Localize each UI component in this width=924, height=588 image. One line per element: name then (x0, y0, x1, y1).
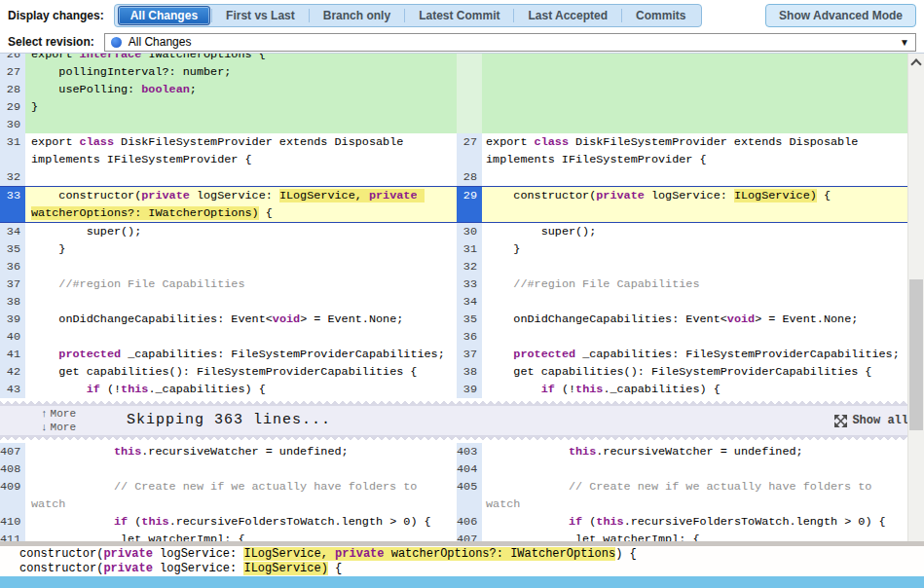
line-number-left[interactable]: 27 (0, 63, 25, 81)
button-separator (309, 9, 310, 22)
display-changes-label: Display changes: (8, 9, 104, 22)
preview-line: constructor(private logService: ILogServ… (19, 547, 924, 562)
code-line-right: this.recursiveWatcher = undefined; (482, 443, 907, 460)
line-number-right[interactable]: 27 (457, 133, 482, 168)
line-number-right[interactable]: 36 (457, 328, 482, 346)
line-number-left[interactable]: 28 (0, 81, 25, 98)
diff-row: 26export interface IWatcherOptions { (0, 54, 907, 63)
selected-line-preview-panel: constructor(private logService: ILogServ… (0, 546, 924, 576)
code-line-left: if (this.recursiveFoldersToWatch.length … (25, 513, 457, 531)
line-number-right[interactable] (457, 54, 482, 63)
caret-down-icon: ▼ (900, 37, 909, 48)
code-line-right: } (482, 240, 907, 258)
line-number-left[interactable]: 41 (0, 346, 25, 363)
line-number-left[interactable]: 42 (0, 363, 25, 381)
line-number-right[interactable]: 37 (457, 346, 482, 363)
line-number-right[interactable]: 35 (457, 311, 482, 328)
line-number-right[interactable]: 31 (457, 240, 482, 258)
display-mode-button-all-changes[interactable]: All Changes (118, 6, 210, 25)
code-line-right: //#region File Capabilities (482, 276, 907, 293)
line-number-right[interactable]: 38 (457, 363, 482, 381)
line-number-left[interactable]: 411 (0, 531, 25, 541)
line-number-right[interactable]: 29 (457, 187, 482, 222)
line-number-left[interactable]: 43 (0, 381, 25, 398)
line-number-left[interactable]: 409 (0, 478, 25, 513)
diff-row: 3228 (0, 168, 907, 186)
line-number-right[interactable]: 33 (457, 276, 482, 293)
display-buttons: All ChangesFirst vs LastBranch onlyLates… (114, 4, 703, 27)
scroll-thumb[interactable] (909, 279, 923, 430)
line-number-left[interactable]: 36 (0, 258, 25, 276)
diff-row: 30 (0, 116, 907, 133)
line-number-left[interactable]: 38 (0, 293, 25, 311)
code-line-right (482, 168, 907, 186)
revision-select[interactable]: All Changes ▼ (104, 33, 916, 52)
line-number-right[interactable] (457, 116, 482, 133)
code-line-right: get capabilities(): FileSystemProviderCa… (482, 363, 907, 381)
code-line-left: constructor(private logService: ILogServ… (25, 187, 457, 222)
line-number-left[interactable]: 407 (0, 443, 25, 460)
scroll-up-button[interactable] (910, 58, 921, 69)
line-number-left[interactable]: 26 (0, 54, 25, 63)
code-line-left (25, 328, 457, 346)
button-separator (513, 9, 514, 22)
scroll-down-button[interactable] (910, 538, 921, 541)
diff-row: 410 if (this.recursiveFoldersToWatch.len… (0, 513, 907, 531)
revision-toolbar: Select revision: All Changes ▼ (0, 31, 924, 53)
button-separator (211, 9, 212, 22)
line-number-left[interactable]: 408 (0, 460, 25, 478)
line-number-right[interactable]: 30 (457, 223, 482, 240)
more-up-button[interactable]: ↑ More (41, 408, 76, 421)
diff-row: 3834 (0, 293, 907, 311)
code-line-left: usePolling: boolean; (25, 81, 457, 98)
display-mode-button-commits[interactable]: Commits (623, 6, 698, 25)
line-number-right[interactable]: 403 (457, 443, 482, 460)
show-all-label: Show all (852, 412, 908, 429)
line-number-left[interactable]: 29 (0, 98, 25, 116)
line-number-right[interactable]: 404 (457, 460, 482, 478)
display-mode-button-first-vs-last[interactable]: First vs Last (213, 6, 308, 25)
diff-top-rows: 26export interface IWatcherOptions {27 p… (0, 54, 924, 398)
line-number-left[interactable]: 30 (0, 116, 25, 133)
diff-row: 4036 (0, 328, 907, 346)
diff-row: 42 get capabilities(): FileSystemProvide… (0, 363, 907, 381)
line-number-right[interactable]: 28 (457, 168, 482, 186)
code-line-right (482, 98, 907, 116)
vertical-scrollbar[interactable] (907, 54, 924, 541)
show-advanced-mode-button[interactable]: Show Advanced Mode (765, 4, 916, 27)
code-line-right (482, 54, 907, 63)
skipped-lines-label: Skipping 363 lines... (127, 412, 331, 429)
line-number-right[interactable] (457, 81, 482, 98)
line-number-right[interactable]: 405 (457, 478, 482, 513)
more-down-button[interactable]: ↓ More (41, 422, 76, 434)
line-number-right[interactable] (457, 63, 482, 81)
status-bar (0, 576, 924, 588)
line-number-left[interactable]: 35 (0, 240, 25, 258)
line-number-left[interactable]: 34 (0, 223, 25, 240)
line-number-right[interactable]: 34 (457, 293, 482, 311)
diff-row: 33 constructor(private logService: ILogS… (0, 186, 907, 223)
display-mode-button-last-accepted[interactable]: Last Accepted (515, 6, 620, 25)
line-number-right[interactable]: 406 (457, 513, 482, 531)
line-number-left[interactable]: 31 (0, 133, 25, 168)
line-number-right[interactable]: 39 (457, 381, 482, 398)
diff-row: 409 // Create new if we actually have fo… (0, 478, 907, 513)
code-line-right: onDidChangeCapabilities: Event<void> = E… (482, 311, 907, 328)
arrow-down-icon: ↓ (41, 422, 48, 434)
expand-icon (834, 415, 847, 427)
preview-line: constructor(private logService: ILogServ… (19, 562, 924, 576)
display-mode-button-latest-commit[interactable]: Latest Commit (406, 6, 512, 25)
line-number-left[interactable]: 410 (0, 513, 25, 531)
line-number-left[interactable]: 33 (0, 187, 25, 222)
code-line-left: export interface IWatcherOptions { (25, 54, 457, 63)
line-number-left[interactable]: 37 (0, 276, 25, 293)
line-number-right[interactable] (457, 98, 482, 116)
show-all-button[interactable]: Show all (834, 412, 908, 429)
line-number-left[interactable]: 40 (0, 328, 25, 346)
display-mode-button-branch-only[interactable]: Branch only (311, 6, 403, 25)
code-line-left: if (!this._capabilities) { (25, 381, 457, 398)
line-number-right[interactable]: 407 (457, 531, 482, 541)
line-number-right[interactable]: 32 (457, 258, 482, 276)
line-number-left[interactable]: 39 (0, 311, 25, 328)
line-number-left[interactable]: 32 (0, 168, 25, 186)
